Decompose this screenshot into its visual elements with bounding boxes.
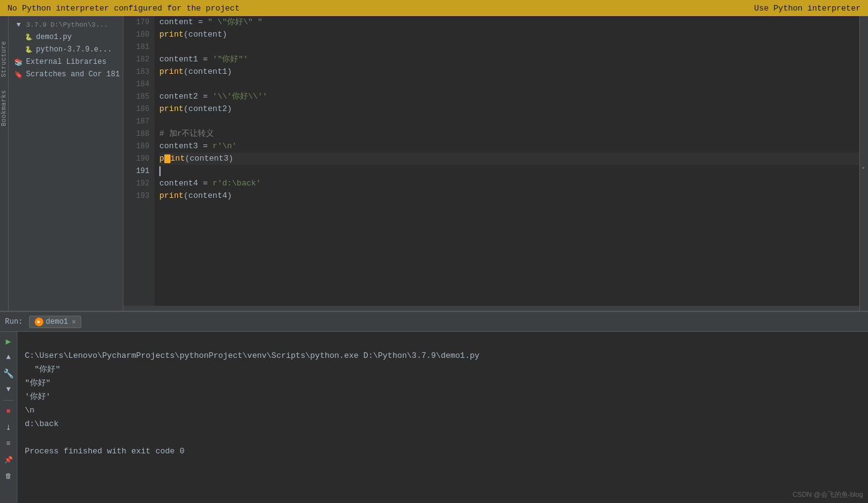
run-settings-button[interactable]: 🔧 xyxy=(2,367,16,380)
run-tab-demo1[interactable]: ▶ demo1 ✕ xyxy=(29,316,82,328)
python-exe-label: python-3.7.9.e... xyxy=(36,45,112,54)
ln-185: 185 xyxy=(123,91,149,103)
run-trash-button[interactable]: 🗑 xyxy=(2,469,16,483)
console-output-2: "你好" xyxy=(25,378,51,388)
ln-186: 186 xyxy=(123,103,149,115)
run-scroll-down-button[interactable]: ▼ xyxy=(2,383,16,396)
ln-184: 184 xyxy=(123,78,149,91)
tree-item-scratches[interactable]: 🔖 Scratches and Cor 181 xyxy=(9,68,123,81)
code-line-187 xyxy=(159,115,859,128)
editor-area: 179 180 181 182 183 184 185 186 187 188 … xyxy=(123,16,859,311)
run-play-button[interactable]: ▶ xyxy=(2,334,16,348)
run-tab-icon: ▶ xyxy=(35,318,43,326)
ln-181: 181 xyxy=(123,41,149,53)
left-side-tabs: Structure Bookmarks xyxy=(0,16,9,311)
ln-191: 191 xyxy=(123,165,149,177)
console-output-1: "你好" xyxy=(25,365,60,374)
breakpoint-indicator xyxy=(164,154,170,163)
ext-libs-icon: 📚 xyxy=(14,57,24,67)
python-version-label: 3.7.9 D:\Python\3... xyxy=(26,21,108,29)
code-editor[interactable]: content = " \"你好\" " print ( content ) c… xyxy=(154,16,859,306)
code-container: 179 180 181 182 183 184 185 186 187 188 … xyxy=(123,16,859,306)
python-file-icon: 🐍 xyxy=(24,32,33,42)
ln-182: 182 xyxy=(123,53,149,66)
ln-180: 180 xyxy=(123,29,149,41)
structure-tab[interactable]: Structure xyxy=(1,41,7,78)
run-tab-bar: Run: ▶ demo1 ✕ xyxy=(0,312,868,332)
tree-item-python-version[interactable]: ▼ 3.7.9 D:\Python\3... xyxy=(9,19,123,31)
tree-item-ext-libs[interactable]: 📚 External Libraries xyxy=(9,56,123,68)
editor-scrollbar[interactable] xyxy=(123,306,859,311)
code-line-181 xyxy=(159,41,859,53)
console-output: C:\Users\Lenovo\PycharmProjects\pythonPr… xyxy=(17,332,868,503)
run-panel: Run: ▶ demo1 ✕ ▶ ▲ 🔧 ▼ ■ ⤓ ≡ 📌 🗑 C:\User… xyxy=(0,311,868,503)
warning-text: No Python interpreter configured for the… xyxy=(7,4,239,13)
warning-message: No Python interpreter configured for the… xyxy=(7,4,239,13)
console-output-4: \n xyxy=(25,406,35,415)
ln-192: 192 xyxy=(123,177,149,190)
code-line-179: content = " \"你好\" " xyxy=(159,16,859,29)
tree-item-demo1[interactable]: 🐍 demo1.py xyxy=(9,31,123,43)
warning-bar: No Python interpreter configured for the… xyxy=(0,0,868,16)
code-line-192: content4 = r'd:\back' xyxy=(159,177,859,190)
code-line-180: print ( content ) xyxy=(159,29,859,41)
console-output-3: '你好' xyxy=(25,392,51,401)
code-line-183: print ( content1 ) xyxy=(159,66,859,78)
project-tree: ▼ 3.7.9 D:\Python\3... 🐍 demo1.py 🐍 pyth… xyxy=(9,16,123,311)
ln-187: 187 xyxy=(123,115,149,128)
run-toolbar: ▶ ▲ 🔧 ▼ ■ ⤓ ≡ 📌 🗑 xyxy=(0,332,17,503)
ext-libs-label: External Libraries xyxy=(26,58,107,66)
toolbar-separator-1 xyxy=(3,400,14,401)
right-structure-label: ▸ xyxy=(860,162,866,171)
python-exe-icon: 🐍 xyxy=(24,45,33,55)
ln-183: 183 xyxy=(123,66,149,78)
code-line-186: print ( content2 ) xyxy=(159,103,859,115)
watermark: CSDN @会飞的鱼-blog xyxy=(792,490,863,499)
run-stop-button[interactable]: ■ xyxy=(2,404,16,418)
code-line-188: # 加r不让转义 xyxy=(159,128,859,140)
scratches-label: Scratches and Cor 181 xyxy=(26,70,120,79)
run-tab-close[interactable]: ✕ xyxy=(72,318,76,326)
text-cursor xyxy=(159,166,161,176)
project-sidebar: ▼ 3.7.9 D:\Python\3... 🐍 demo1.py 🐍 pyth… xyxy=(9,16,123,311)
code-line-182: content1 = '"你好"' xyxy=(159,53,859,66)
scratches-icon: 🔖 xyxy=(14,69,24,79)
run-pin-button[interactable]: 📌 xyxy=(2,453,16,466)
console-output-5: d:\back xyxy=(25,419,59,429)
ln-190: 190 xyxy=(123,153,149,165)
run-format-button[interactable]: ≡ xyxy=(2,437,16,450)
ln-188: 188 xyxy=(123,128,149,140)
ln-179: 179 xyxy=(123,16,149,29)
ln-193: 193 xyxy=(123,190,149,202)
demo1-label: demo1.py xyxy=(36,33,72,42)
line-numbers: 179 180 181 182 183 184 185 186 187 188 … xyxy=(123,16,154,306)
right-structure-panel: ▸ xyxy=(859,16,868,311)
code-line-185: content2 = '\\'你好\\'' xyxy=(159,91,859,103)
code-line-191[interactable] xyxy=(159,165,859,177)
run-body: ▶ ▲ 🔧 ▼ ■ ⤓ ≡ 📌 🗑 C:\Users\Lenovo\Pychar… xyxy=(0,332,868,503)
code-line-190: p int ( content3 ) xyxy=(159,153,859,165)
bookmarks-tab[interactable]: Bookmarks xyxy=(1,90,7,127)
run-label: Run: xyxy=(5,318,29,326)
tree-item-python-exe[interactable]: 🐍 python-3.7.9.e... xyxy=(9,43,123,56)
console-command-line: C:\Users\Lenovo\PycharmProjects\pythonPr… xyxy=(25,351,479,360)
use-python-link[interactable]: Use Python interpreter xyxy=(754,4,861,13)
code-line-189: content3 = r'\n' xyxy=(159,140,859,153)
code-line-184 xyxy=(159,78,859,91)
console-exit-message: Process finished with exit code 0 xyxy=(25,447,184,456)
expand-icon: ▼ xyxy=(14,20,24,30)
run-scroll-end-button[interactable]: ⤓ xyxy=(2,421,16,434)
run-scroll-up-button[interactable]: ▲ xyxy=(2,350,16,364)
ln-189: 189 xyxy=(123,140,149,153)
code-line-193: print ( content4 ) xyxy=(159,190,859,202)
run-tab-name: demo1 xyxy=(46,318,68,326)
main-area: Structure Bookmarks ▼ 3.7.9 D:\Python\3.… xyxy=(0,16,868,311)
code-var: content xyxy=(159,16,193,29)
